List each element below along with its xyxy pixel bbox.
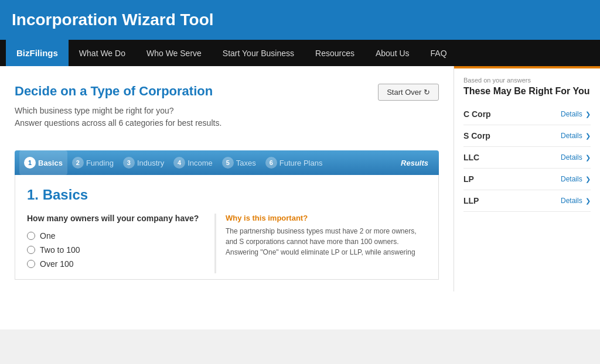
subtitle-line1: Which business type might be right for y…: [15, 106, 174, 115]
label-one[interactable]: One: [40, 231, 55, 241]
corp-name-scorp: S Corp: [463, 131, 490, 140]
wizard-steps-bar: 1 Basics 2 Funding 3 Industry 4 Income 5: [15, 150, 439, 175]
chevron-scorp: ❯: [585, 132, 591, 139]
sidebar-based-on: Based on your answers: [463, 77, 591, 84]
question-left: How many owners will your company have? …: [27, 214, 203, 273]
step-1-label: Basics: [38, 159, 63, 167]
corp-details-llc[interactable]: Details ❯: [561, 153, 591, 162]
top-banner: Incorporation Wizard Tool: [0, 0, 600, 40]
step-2-num: 2: [72, 157, 84, 169]
chevron-lp: ❯: [585, 176, 591, 183]
label-two-to-100[interactable]: Two to 100: [40, 245, 80, 255]
step-5-num: 5: [222, 157, 234, 169]
radio-option-over-100: Over 100: [27, 259, 203, 269]
corp-row-ccorp: C Corp Details ❯: [463, 104, 591, 125]
step-industry[interactable]: 3 Industry: [118, 150, 169, 175]
nav-item-faq[interactable]: FAQ: [420, 40, 458, 66]
step-future-plans[interactable]: 6 Future Plans: [261, 150, 328, 175]
section-title: 1. Basics: [27, 187, 427, 203]
step-5-label: Taxes: [236, 159, 256, 167]
page-subtitle: Which business type might be right for y…: [15, 105, 378, 129]
nav-items: What We Do Who We Serve Start Your Busin…: [69, 40, 458, 66]
corp-row-scorp: S Corp Details ❯: [463, 125, 591, 147]
nav-brand[interactable]: BizFilings: [6, 40, 69, 66]
main-content: Decide on a Type of Corporation Which bu…: [0, 66, 454, 291]
step-basics[interactable]: 1 Basics: [19, 150, 67, 175]
top-row: Decide on a Type of Corporation Which bu…: [15, 84, 439, 141]
step-taxes[interactable]: 5 Taxes: [217, 150, 261, 175]
step-3-label: Industry: [137, 159, 164, 167]
corp-row-llp: LLP Details ❯: [463, 190, 591, 212]
nav-item-who-we-serve[interactable]: Who We Serve: [136, 40, 212, 66]
sidebar-inner: Based on your answers These May Be Right…: [454, 68, 600, 220]
chevron-ccorp: ❯: [585, 111, 591, 118]
radio-one[interactable]: [27, 232, 35, 240]
corp-details-lp[interactable]: Details ❯: [561, 175, 591, 183]
step-funding[interactable]: 2 Funding: [67, 150, 118, 175]
chevron-llc: ❯: [585, 154, 591, 161]
corp-details-llp[interactable]: Details ❯: [561, 197, 591, 205]
banner-title: Incorporation Wizard Tool: [12, 11, 588, 29]
why-important-text: The partnership business types must have…: [226, 226, 427, 257]
start-over-button[interactable]: Start Over ↻: [378, 84, 439, 101]
step-2-label: Funding: [86, 159, 114, 167]
content-area: Decide on a Type of Corporation Which bu…: [0, 66, 600, 291]
corp-name-llp: LLP: [463, 196, 479, 205]
nav-item-what-we-do[interactable]: What We Do: [69, 40, 136, 66]
sidebar: Based on your answers These May Be Right…: [454, 66, 600, 291]
why-important-title: Why is this important?: [226, 214, 427, 222]
page-title: Decide on a Type of Corporation: [15, 84, 378, 99]
nav-item-start-your-business[interactable]: Start Your Business: [212, 40, 305, 66]
label-over-100[interactable]: Over 100: [40, 259, 74, 269]
step-1-num: 1: [24, 157, 36, 169]
step-income[interactable]: 4 Income: [169, 150, 217, 175]
radio-option-one: One: [27, 231, 203, 241]
question-right: Why is this important? The partnership b…: [214, 214, 427, 273]
chevron-llp: ❯: [585, 197, 591, 204]
step-4-num: 4: [173, 157, 185, 169]
corp-row-llc: LLC Details ❯: [463, 147, 591, 169]
question-row: How many owners will your company have? …: [27, 214, 427, 273]
step-6-label: Future Plans: [279, 159, 323, 167]
corp-details-scorp[interactable]: Details ❯: [561, 132, 591, 140]
question-text: How many owners will your company have?: [27, 214, 203, 223]
nav-bar: BizFilings What We Do Who We Serve Start…: [0, 40, 600, 66]
step-4-label: Income: [188, 159, 213, 167]
corp-details-ccorp[interactable]: Details ❯: [561, 110, 591, 118]
corp-name-ccorp: C Corp: [463, 109, 491, 119]
title-area: Decide on a Type of Corporation Which bu…: [15, 84, 378, 141]
radio-option-two-to-100: Two to 100: [27, 245, 203, 255]
start-over-area: Start Over ↻: [378, 84, 439, 101]
corp-name-llc: LLC: [463, 153, 479, 162]
nav-item-resources[interactable]: Resources: [305, 40, 365, 66]
radio-two-to-100[interactable]: [27, 246, 35, 254]
corp-name-lp: LP: [463, 174, 474, 184]
radio-over-100[interactable]: [27, 260, 35, 268]
start-over-label: Start Over: [387, 88, 421, 97]
wizard-box: 1. Basics How many owners will your comp…: [15, 175, 439, 280]
sidebar-heading: These May Be Right For You: [463, 86, 591, 97]
nav-item-about-us[interactable]: About Us: [365, 40, 420, 66]
results-label[interactable]: Results: [395, 159, 434, 167]
step-3-num: 3: [123, 157, 135, 169]
subtitle-line2: Answer questions across all 6 categories…: [15, 118, 221, 128]
page-wrapper: Decide on a Type of Corporation Which bu…: [0, 66, 600, 329]
corp-row-lp: LP Details ❯: [463, 169, 591, 190]
step-6-num: 6: [265, 157, 277, 169]
